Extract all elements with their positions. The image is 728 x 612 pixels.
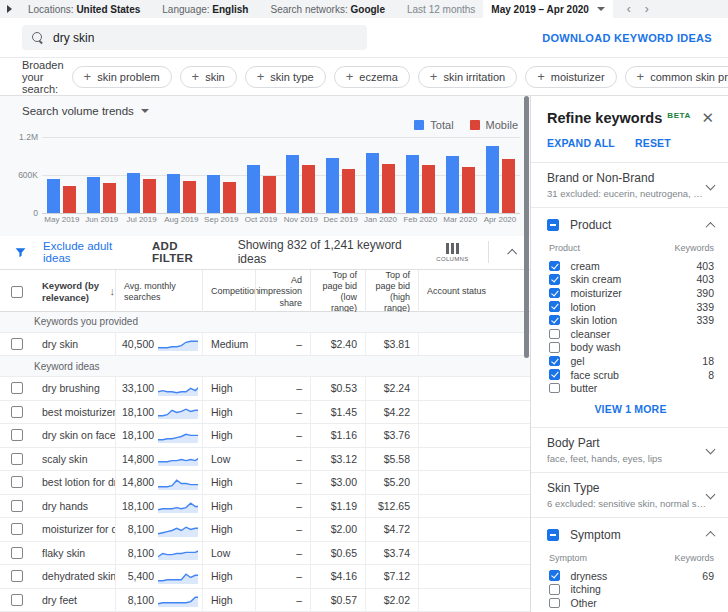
chart-title[interactable]: Search volume trends bbox=[22, 105, 149, 117]
item-checkbox[interactable] bbox=[549, 261, 560, 272]
row-checkbox[interactable] bbox=[11, 453, 23, 465]
column-bid-low[interactable]: Top of page bid (low range) bbox=[310, 270, 365, 315]
filter-item-Other[interactable]: Other bbox=[547, 596, 714, 610]
row-checkbox[interactable] bbox=[11, 476, 23, 488]
row-checkbox-cell bbox=[0, 448, 34, 471]
filter-item-body-wash[interactable]: body wash bbox=[547, 341, 714, 355]
download-keyword-ideas-button[interactable]: DOWNLOAD KEYWORD IDEAS bbox=[542, 32, 712, 44]
view-more-link[interactable]: VIEW 1 MORE bbox=[547, 395, 714, 419]
item-checkbox[interactable] bbox=[549, 315, 560, 326]
reset-button[interactable]: RESET bbox=[635, 137, 671, 149]
item-checkbox[interactable] bbox=[549, 329, 560, 340]
searches-value: 8,100 bbox=[122, 523, 154, 535]
chevron-down-icon[interactable] bbox=[706, 445, 716, 455]
row-checkbox[interactable] bbox=[11, 570, 23, 582]
broaden-chip-eczema[interactable]: +eczema bbox=[334, 66, 410, 88]
keyword-search-input[interactable]: dry skin bbox=[22, 25, 367, 50]
keyword-cell: best lotion for dry skin bbox=[34, 471, 115, 494]
filter-item-itching[interactable]: itching bbox=[547, 583, 714, 597]
item-checkbox[interactable] bbox=[549, 369, 560, 380]
filter-item-butter[interactable]: butter bbox=[547, 381, 714, 395]
keyword-cell: dry skin on face bbox=[34, 424, 115, 447]
row-checkbox[interactable] bbox=[11, 594, 23, 606]
table-row: flaky skin8,100Low–$0.65$3.74 bbox=[0, 542, 530, 566]
section-header[interactable]: Symptom bbox=[547, 526, 714, 544]
row-checkbox[interactable] bbox=[11, 523, 23, 535]
broaden-chip-moisturizer[interactable]: +moisturizer bbox=[525, 66, 616, 88]
bid-low-cell: $2.00 bbox=[310, 518, 365, 541]
item-checkbox[interactable] bbox=[549, 598, 560, 609]
chevron-down-icon[interactable] bbox=[706, 490, 716, 500]
date-range-selector[interactable]: May 2019 – Apr 2020 bbox=[483, 0, 612, 18]
column-competition[interactable]: Competition bbox=[202, 270, 255, 315]
item-checkbox[interactable] bbox=[549, 356, 560, 367]
filter-item-face-scrub[interactable]: face scrub8 bbox=[547, 368, 714, 382]
item-checkbox[interactable] bbox=[549, 274, 560, 285]
filter-item-cleanser[interactable]: cleanser bbox=[547, 327, 714, 341]
row-checkbox[interactable] bbox=[11, 338, 23, 350]
x-tick-label: May 2019 bbox=[42, 215, 82, 224]
item-checkbox[interactable] bbox=[549, 383, 560, 394]
date-next-button[interactable]: › bbox=[645, 2, 649, 16]
filter-item-cream[interactable]: cream403 bbox=[547, 259, 714, 273]
section-checkbox[interactable] bbox=[547, 529, 559, 541]
bid-low-cell: $1.45 bbox=[310, 401, 365, 424]
filter-item-moisturizer[interactable]: moisturizer390 bbox=[547, 286, 714, 300]
filter-item-skin-cream[interactable]: skin cream403 bbox=[547, 273, 714, 287]
column-ad-share[interactable]: Ad impression share bbox=[255, 270, 310, 315]
row-checkbox[interactable] bbox=[11, 500, 23, 512]
broaden-chip-skin-type[interactable]: +skin type bbox=[245, 66, 326, 88]
column-bid-high[interactable]: Top of page bid (high range) bbox=[365, 270, 418, 315]
trend-sparkline bbox=[158, 336, 198, 351]
language-setting[interactable]: Language: English bbox=[162, 4, 248, 15]
item-checkbox[interactable] bbox=[549, 301, 560, 312]
networks-setting[interactable]: Search networks: Google bbox=[270, 4, 385, 15]
bar-group-Aug-2019 bbox=[167, 174, 196, 213]
filter-item-dryness[interactable]: dryness69 bbox=[547, 569, 714, 583]
broaden-chip-skin[interactable]: +skin bbox=[180, 66, 237, 88]
filter-item-lotion[interactable]: lotion339 bbox=[547, 300, 714, 314]
expand-all-button[interactable]: EXPAND ALL bbox=[547, 137, 615, 149]
item-checkbox[interactable] bbox=[549, 342, 560, 353]
column-account-status[interactable]: Account status bbox=[418, 270, 530, 315]
competition-cell: High bbox=[202, 565, 255, 588]
section-header[interactable]: Product bbox=[547, 216, 714, 234]
date-prev-button[interactable]: ‹ bbox=[627, 2, 631, 16]
vertical-scrollbar[interactable] bbox=[524, 96, 529, 358]
broaden-chip-skin-problem[interactable]: +skin problem bbox=[72, 66, 172, 88]
locations-setting[interactable]: Locations: United States bbox=[28, 4, 140, 15]
exclude-adult-ideas-link[interactable]: Exclude adult ideas bbox=[43, 240, 136, 264]
select-all-checkbox[interactable] bbox=[11, 286, 23, 298]
close-icon[interactable]: ✕ bbox=[701, 110, 714, 125]
section-checkbox[interactable] bbox=[547, 219, 559, 231]
row-checkbox[interactable] bbox=[11, 382, 23, 394]
chevron-up-icon[interactable] bbox=[706, 221, 716, 231]
row-checkbox[interactable] bbox=[11, 547, 23, 559]
x-tick-label: Oct 2019 bbox=[241, 215, 281, 224]
account-status-cell bbox=[418, 495, 530, 518]
searches-cell: 18,100 bbox=[115, 401, 202, 424]
ad-share-cell: – bbox=[255, 377, 310, 400]
broaden-chip-common-skin-problem[interactable]: +common skin problem bbox=[625, 66, 728, 88]
row-checkbox[interactable] bbox=[11, 406, 23, 418]
item-checkbox[interactable] bbox=[549, 570, 560, 581]
section-name: Skin Type bbox=[547, 481, 707, 495]
chevron-up-icon[interactable] bbox=[706, 531, 716, 541]
item-checkbox[interactable] bbox=[549, 288, 560, 299]
sidebar-expander-icon[interactable] bbox=[7, 5, 12, 13]
broaden-chip-skin-irritation[interactable]: +skin irritation bbox=[418, 66, 517, 88]
searches-value: 14,800 bbox=[122, 453, 154, 465]
columns-button[interactable]: COLUMNS bbox=[436, 243, 468, 262]
table-row: dry skin40,500Medium–$2.40$3.81 bbox=[0, 333, 530, 357]
bid-high-cell: $4.22 bbox=[365, 401, 418, 424]
filter-item-skin-lotion[interactable]: skin lotion339 bbox=[547, 313, 714, 327]
row-checkbox[interactable] bbox=[11, 429, 23, 441]
add-filter-button[interactable]: ADD FILTER bbox=[152, 240, 218, 264]
column-keyword[interactable]: Keyword (by relevance)↓ bbox=[34, 270, 115, 315]
filter-item-gel[interactable]: gel18 bbox=[547, 354, 714, 368]
collapse-table-button[interactable] bbox=[508, 249, 518, 259]
broaden-label: Broaden your search: bbox=[22, 59, 64, 95]
column-searches[interactable]: Avg. monthly searches bbox=[115, 270, 202, 315]
chevron-down-icon[interactable] bbox=[706, 180, 716, 190]
item-checkbox[interactable] bbox=[549, 584, 560, 595]
